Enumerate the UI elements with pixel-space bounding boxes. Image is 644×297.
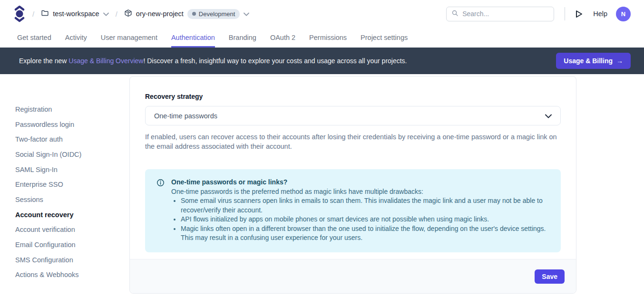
help-link[interactable]: Help	[593, 10, 607, 18]
sidebar-item-saml-sign-in[interactable]: SAML Sign-In	[15, 162, 129, 177]
banner-text: Explore the new Usage & Billing Overview…	[19, 57, 407, 65]
sidebar-item-sessions[interactable]: Sessions	[15, 192, 129, 207]
tab-project-settings[interactable]: Project settings	[361, 28, 408, 48]
card-footer: Save	[130, 259, 576, 293]
tab-oauth2[interactable]: OAuth 2	[270, 28, 295, 48]
package-icon	[124, 9, 132, 19]
sidebar-item-actions-webhooks[interactable]: Actions & Webhooks	[15, 268, 129, 283]
info-box-bullet: Some email virus scanners open links in …	[181, 196, 549, 215]
usage-billing-button-label: Usage & Billing	[564, 57, 613, 65]
info-box-bullet: Magic links often open in a different br…	[181, 224, 549, 243]
account-recovery-card: Recovery strategy One-time passwords If …	[129, 76, 576, 294]
arrow-right-icon: →	[616, 57, 623, 65]
project-name: ory-new-project	[136, 10, 184, 18]
ory-logo[interactable]	[13, 5, 26, 22]
usage-billing-overview-link[interactable]: Usage & Billing Overview	[68, 57, 143, 65]
info-box-content: One-time passwords or magic links? One-t…	[171, 178, 549, 243]
recovery-strategy-select[interactable]: One-time passwords	[145, 106, 561, 125]
chevron-down-icon	[545, 112, 552, 120]
sidebar-item-enterprise-sso[interactable]: Enterprise SSO	[15, 177, 129, 192]
sidebar-item-account-recovery[interactable]: Account recovery	[15, 207, 129, 222]
tab-permissions[interactable]: Permissions	[309, 28, 347, 48]
sidebar-item-sms-configuration[interactable]: SMS Configuration	[15, 252, 129, 268]
tab-activity[interactable]: Activity	[65, 28, 87, 48]
recovery-strategy-description: If enabled, users can recover access to …	[145, 132, 561, 151]
sidebar-item-passwordless-login[interactable]: Passwordless login	[15, 117, 129, 132]
tab-get-started[interactable]: Get started	[17, 28, 51, 48]
chevron-down-icon	[244, 10, 249, 18]
breadcrumb-separator: /	[116, 10, 117, 18]
info-icon	[156, 179, 165, 243]
workspace-name: test-workspace	[53, 10, 99, 18]
sidebar-item-account-verification[interactable]: Account verification	[15, 222, 129, 238]
banner-text-after: ! Discover a fresh, insightful way to ex…	[143, 57, 407, 65]
breadcrumb-separator: /	[32, 10, 34, 18]
usage-billing-button[interactable]: Usage & Billing →	[556, 53, 631, 69]
save-button[interactable]: Save	[535, 269, 565, 284]
folder-icon	[41, 9, 49, 19]
sidebar-item-email-configuration[interactable]: Email Configuration	[15, 237, 129, 252]
info-box-intro: One-time passwords is the preferred meth…	[171, 187, 549, 197]
authentication-sidenav: Registration Passwordless login Two-fact…	[0, 74, 129, 297]
recovery-strategy-value: One-time passwords	[154, 112, 217, 120]
content-area: Registration Passwordless login Two-fact…	[0, 74, 644, 297]
workspace-selector[interactable]: test-workspace	[41, 9, 109, 19]
info-box: One-time passwords or magic links? One-t…	[145, 169, 561, 252]
tab-authentication[interactable]: Authentication	[171, 28, 215, 48]
environment-dot-icon	[192, 12, 196, 16]
sidebar-item-registration[interactable]: Registration	[15, 102, 129, 117]
search-icon	[451, 10, 459, 19]
search-input[interactable]	[462, 10, 549, 18]
project-nav-tabs: Get started Activity User management Aut…	[0, 28, 644, 48]
environment-badge: Development	[187, 9, 240, 19]
info-box-title: One-time passwords or magic links?	[171, 178, 549, 187]
environment-badge-label: Development	[199, 10, 235, 18]
top-header: / test-workspace / ory-new-project Devel…	[0, 0, 644, 28]
usage-billing-banner: Explore the new Usage & Billing Overview…	[0, 48, 644, 74]
search-box[interactable]	[446, 7, 554, 21]
info-box-list: Some email virus scanners open links in …	[181, 196, 549, 243]
info-box-bullet: API flows initialized by apps on mobile …	[181, 215, 549, 224]
sidebar-item-social-sign-in[interactable]: Social Sign-In (OIDC)	[15, 147, 129, 162]
tab-user-management[interactable]: User management	[101, 28, 157, 48]
header-divider	[565, 7, 565, 20]
play-icon[interactable]	[576, 10, 583, 18]
card-body: Recovery strategy One-time passwords If …	[130, 77, 576, 259]
project-selector[interactable]: ory-new-project Development	[124, 9, 250, 19]
sidebar-item-two-factor-auth[interactable]: Two-factor auth	[15, 132, 129, 147]
banner-text-before: Explore the new	[19, 57, 68, 65]
avatar[interactable]: N	[616, 7, 631, 21]
tab-branding[interactable]: Branding	[229, 28, 256, 48]
recovery-strategy-label: Recovery strategy	[145, 93, 561, 100]
chevron-down-icon	[103, 10, 109, 18]
